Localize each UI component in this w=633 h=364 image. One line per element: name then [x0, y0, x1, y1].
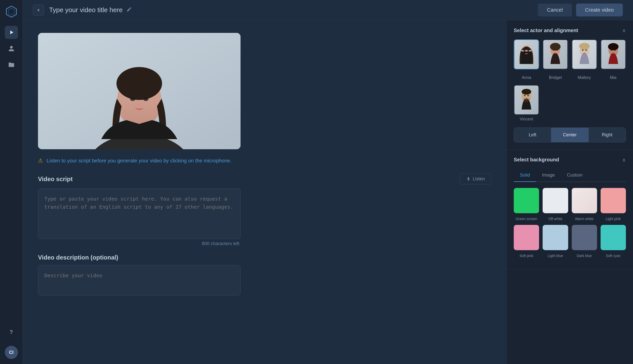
bg-grid-row2 [514, 225, 626, 250]
bg-soft-cyan[interactable] [601, 225, 626, 250]
bg-tab-image[interactable]: Image [536, 169, 561, 182]
svg-marker-1 [8, 8, 14, 15]
description-title: Video description (optional) [38, 254, 491, 261]
svg-point-27 [614, 50, 616, 51]
actor-card-vincent[interactable] [514, 85, 539, 115]
listen-label: Listen [473, 176, 485, 182]
sidebar-item-people[interactable] [5, 42, 18, 55]
info-message: Listen to your script before you generat… [47, 157, 231, 164]
actor-name-mia: Mia [601, 75, 626, 80]
bg-name-row2: Soft pink Light blue Dark blue Soft cyan [514, 254, 626, 258]
bg-light-blue[interactable] [543, 225, 568, 250]
actor-placeholder-3 [601, 85, 626, 115]
bg-name-soft-pink: Soft pink [514, 254, 539, 258]
svg-point-22 [585, 50, 587, 51]
collapse-bg-icon[interactable]: ∧ [622, 157, 626, 163]
actor-card-bridget[interactable] [543, 39, 568, 69]
collapse-actor-icon[interactable]: ∧ [622, 27, 626, 33]
align-left-button[interactable]: Left [514, 128, 551, 142]
script-title: Video script [38, 176, 73, 183]
bg-warm-white[interactable] [572, 188, 597, 213]
left-panel: ⚠ Listen to your script before you gener… [23, 20, 506, 364]
char-count: 800 characters left. [38, 241, 241, 246]
bg-name-row1: Green screen Off-white Warm white Light … [514, 217, 626, 221]
bg-name-light-blue: Light blue [543, 254, 568, 258]
actor-name-bridget: Bridget [543, 75, 568, 80]
actor-grid-row1 [514, 39, 626, 69]
actor-name-vincent: Vincent [514, 117, 539, 121]
svg-point-6 [116, 67, 162, 100]
back-button[interactable] [33, 5, 44, 16]
svg-point-20 [579, 43, 590, 50]
actor-card-mia[interactable] [601, 39, 626, 69]
svg-marker-0 [6, 6, 16, 17]
alignment-group: Left Center Right [514, 127, 626, 142]
info-icon: ⚠ [38, 157, 43, 164]
right-panel: Select actor and alignment ∧ [506, 20, 633, 364]
bg-tab-solid[interactable]: Solid [514, 169, 536, 182]
cancel-button[interactable]: Cancel [538, 4, 572, 16]
script-section-header: Video script Listen [38, 174, 491, 184]
sidebar-item-projects[interactable] [5, 58, 18, 71]
app-logo[interactable] [5, 5, 18, 18]
bg-section-header: Select background ∧ [514, 157, 626, 163]
actor-preview [38, 33, 241, 149]
sidebar-item-videos[interactable] [5, 26, 18, 39]
bg-name-warm-white: Warm white [572, 217, 597, 221]
svg-point-7 [130, 97, 135, 101]
actor-name-row1: Anna Bridget Mallory Mia [514, 75, 626, 80]
main-content: Type your video title here Cancel Create… [23, 0, 633, 364]
actor-card-mallory[interactable] [572, 39, 597, 69]
user-avatar[interactable]: CI [5, 346, 18, 359]
bg-section-title: Select background [514, 157, 559, 163]
actor-card-anna[interactable] [514, 39, 539, 69]
listen-button[interactable]: Listen [460, 174, 491, 184]
svg-point-12 [527, 50, 529, 52]
bg-name-dark-blue: Dark blue [572, 254, 597, 258]
bg-name-green-screen: Green screen [514, 217, 539, 221]
actor-section-header: Select actor and alignment ∧ [514, 27, 626, 33]
help-button[interactable]: ? [5, 326, 18, 339]
actor-section-title: Select actor and alignment [514, 28, 578, 33]
svg-point-31 [524, 95, 526, 96]
bg-name-off-white: Off-white [543, 217, 568, 221]
info-banner: ⚠ Listen to your script before you gener… [38, 157, 491, 164]
bg-light-pink[interactable] [601, 188, 626, 213]
actor-name-row2: Vincent [514, 117, 626, 121]
content-area: ⚠ Listen to your script before you gener… [23, 20, 633, 364]
microphone-icon [466, 177, 471, 181]
actor-placeholder-1 [543, 85, 568, 115]
background-section: Select background ∧ Solid Image Custom G… [507, 150, 633, 269]
svg-point-32 [527, 95, 529, 96]
video-preview [38, 33, 241, 149]
align-center-button[interactable]: Center [551, 128, 588, 142]
header: Type your video title here Cancel Create… [23, 0, 633, 20]
bg-grid-row1 [514, 188, 626, 213]
actor-placeholder-2 [572, 85, 597, 115]
actor-name-anna: Anna [514, 75, 539, 80]
svg-point-30 [522, 89, 531, 95]
bg-tab-custom[interactable]: Custom [561, 169, 589, 182]
create-video-button[interactable]: Create video [576, 4, 623, 16]
align-right-button[interactable]: Right [589, 128, 626, 142]
title-area: Type your video title here [49, 6, 538, 14]
svg-point-26 [611, 50, 612, 51]
script-textarea[interactable] [38, 188, 241, 239]
svg-point-15 [550, 43, 561, 50]
svg-point-17 [556, 50, 558, 51]
bg-off-white[interactable] [543, 188, 568, 213]
bg-green-screen[interactable] [514, 188, 539, 213]
description-textarea[interactable] [38, 265, 241, 295]
svg-point-21 [582, 50, 584, 51]
bg-tabs: Solid Image Custom [514, 169, 626, 182]
header-actions: Cancel Create video [538, 4, 623, 16]
edit-title-icon[interactable] [126, 7, 132, 14]
svg-point-16 [553, 50, 555, 51]
svg-point-25 [608, 43, 619, 50]
bg-soft-pink[interactable] [514, 225, 539, 250]
video-title: Type your video title here [49, 6, 123, 14]
svg-point-8 [143, 97, 148, 101]
sidebar: ? CI [0, 0, 23, 364]
actor-grid-row2 [514, 85, 626, 115]
bg-dark-blue[interactable] [572, 225, 597, 250]
